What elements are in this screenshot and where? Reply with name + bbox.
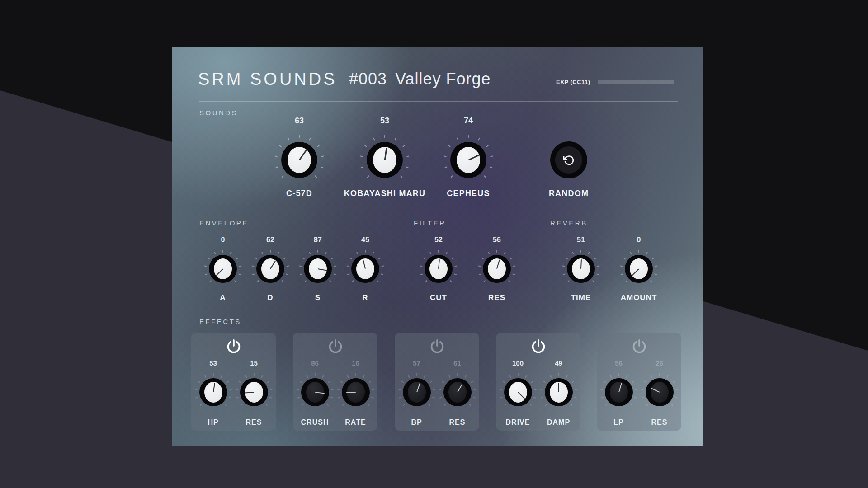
power-toggle-bp[interactable] bbox=[429, 338, 445, 357]
knob-tick bbox=[448, 145, 451, 147]
fx-knob-lp[interactable] bbox=[605, 378, 633, 406]
knob-a[interactable] bbox=[209, 255, 237, 283]
knob-tick bbox=[394, 138, 396, 141]
knob-value-cepheus: 74 bbox=[464, 116, 473, 126]
header-divider bbox=[199, 101, 678, 102]
fx-knob-value-res: 61 bbox=[453, 359, 461, 367]
knob-tick bbox=[334, 265, 336, 267]
knob-tick bbox=[429, 252, 432, 254]
power-toggle-lp[interactable] bbox=[631, 338, 647, 357]
knob-tick bbox=[580, 250, 581, 253]
power-toggle-crush[interactable] bbox=[327, 338, 344, 357]
knob-cepheus[interactable] bbox=[450, 142, 486, 178]
knob-tick bbox=[562, 265, 565, 267]
knob-pointer bbox=[438, 259, 440, 269]
knob-tick bbox=[423, 258, 425, 260]
fx-knob-bp[interactable] bbox=[403, 378, 431, 406]
fx-knob-res[interactable] bbox=[443, 378, 472, 406]
knob-tick bbox=[638, 250, 639, 253]
fx-knob-label-crush: CRUSH bbox=[301, 418, 329, 427]
power-toggle-hp[interactable] bbox=[226, 338, 242, 357]
knob-pointer bbox=[457, 384, 462, 392]
knob-tick bbox=[320, 166, 323, 168]
knob-label-kobayashi-maru: KOBAYASHI MARU bbox=[344, 189, 426, 198]
knob-tick bbox=[209, 280, 212, 283]
fx-knob-drive[interactable] bbox=[504, 378, 532, 406]
knob-tick bbox=[420, 273, 423, 275]
knob-tick bbox=[347, 273, 350, 275]
knob-tick bbox=[300, 273, 302, 275]
knob-tick bbox=[438, 250, 439, 253]
knob-c-57d[interactable] bbox=[281, 142, 317, 178]
knob-cut[interactable] bbox=[425, 255, 453, 283]
knob-face bbox=[204, 382, 222, 403]
knob-amount[interactable] bbox=[625, 255, 653, 283]
knob-tick bbox=[597, 265, 599, 267]
knob-face bbox=[356, 258, 374, 279]
knob-face bbox=[572, 258, 590, 279]
knob-label-res: RES bbox=[488, 293, 505, 302]
fx-knob-rate[interactable] bbox=[342, 378, 370, 406]
knob-d[interactable] bbox=[256, 255, 284, 283]
knob-tick bbox=[486, 145, 489, 147]
fx-knob-label-bp: BP bbox=[411, 418, 422, 427]
knob-tick bbox=[373, 138, 375, 141]
knob-pointer bbox=[346, 392, 355, 393]
power-toggle-drive[interactable] bbox=[530, 338, 547, 357]
fx-knob-res[interactable] bbox=[240, 378, 268, 406]
knob-r[interactable] bbox=[351, 255, 379, 283]
knob-face bbox=[509, 382, 527, 403]
knob-tick bbox=[596, 273, 599, 275]
knob-tick bbox=[484, 175, 486, 178]
exp-cc11-bar[interactable] bbox=[598, 80, 674, 84]
knob-time[interactable] bbox=[567, 255, 595, 283]
knob-pointer bbox=[416, 383, 420, 393]
knob-face bbox=[373, 147, 396, 173]
knob-label-amount: AMOUNT bbox=[621, 293, 657, 302]
knob-tick bbox=[652, 258, 655, 260]
knob-face bbox=[306, 382, 324, 403]
knob-tick bbox=[518, 373, 519, 376]
knob-pointer bbox=[618, 383, 622, 393]
knob-tick bbox=[302, 258, 305, 260]
knob-tick bbox=[620, 265, 623, 267]
knob-tick bbox=[457, 138, 459, 141]
knob-face bbox=[309, 258, 327, 279]
section-label-envelope: ENVELOPE bbox=[199, 219, 249, 227]
random-button[interactable] bbox=[550, 141, 587, 178]
knob-tick bbox=[252, 273, 255, 275]
effects-divider bbox=[199, 314, 678, 314]
fx-knob-label-res: RES bbox=[651, 418, 668, 427]
knob-tick bbox=[236, 258, 239, 260]
knob-tick bbox=[381, 265, 384, 267]
knob-res[interactable] bbox=[483, 255, 511, 283]
knob-tick bbox=[207, 258, 210, 260]
knob-pointer bbox=[496, 260, 500, 269]
knob-tick bbox=[234, 280, 237, 283]
fx-knob-label-damp: DAMP bbox=[547, 418, 570, 427]
fx-knob-damp[interactable] bbox=[545, 378, 573, 406]
fx-knob-res[interactable] bbox=[646, 378, 674, 406]
knob-tick bbox=[572, 252, 574, 254]
knob-pointer bbox=[270, 261, 276, 269]
knob-tick bbox=[654, 273, 657, 275]
fx-knob-value-rate: 16 bbox=[352, 359, 359, 367]
knob-kobayashi-maru[interactable] bbox=[367, 142, 403, 178]
knob-tick bbox=[309, 138, 311, 141]
knob-tick bbox=[281, 175, 284, 178]
knob-tick bbox=[384, 135, 385, 138]
knob-tick bbox=[650, 280, 653, 283]
knob-tick bbox=[567, 280, 570, 283]
knob-value-a: 0 bbox=[221, 236, 225, 244]
preset-name: Valley Forge bbox=[395, 70, 491, 88]
preset-number: #003 bbox=[349, 70, 387, 88]
knob-tick bbox=[450, 280, 453, 283]
knob-s[interactable] bbox=[304, 255, 332, 283]
knob-tick bbox=[356, 252, 359, 254]
expression-meter: EXP (CC11) bbox=[556, 79, 674, 85]
fx-knob-label-drive: DRIVE bbox=[506, 418, 530, 427]
knob-tick bbox=[325, 252, 327, 254]
fx-knob-value-res: 15 bbox=[250, 359, 258, 367]
fx-knob-hp[interactable] bbox=[199, 378, 227, 406]
fx-knob-crush[interactable] bbox=[301, 378, 329, 406]
